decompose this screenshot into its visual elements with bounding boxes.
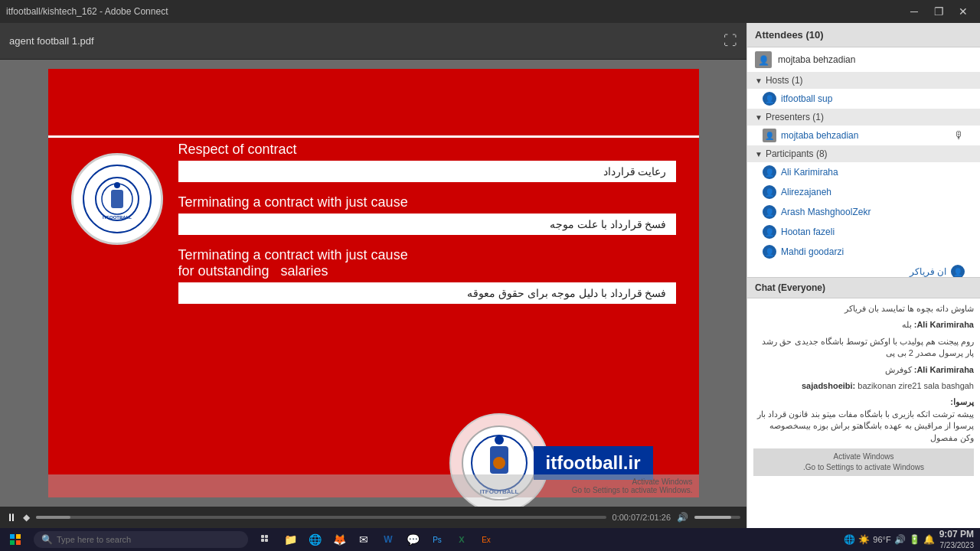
excel-button[interactable]: X <box>450 528 473 551</box>
system-clock: 9:07 PM 7/23/2023 <box>939 529 974 551</box>
section-participants[interactable]: ▼ Participants (8) <box>747 145 980 162</box>
slide-text-area: Respect of contract رعایت قرارداد Termin… <box>178 142 676 316</box>
section-presenters[interactable]: ▼ Presenters (1) <box>747 109 980 126</box>
attendee-itfootball-sup[interactable]: 👤 itfootball sup <box>747 89 980 109</box>
presenters-label: Presenters (1) <box>766 112 824 122</box>
firefox-button[interactable]: 🦊 <box>328 528 351 551</box>
svg-text:👤: 👤 <box>758 54 769 66</box>
participants-chevron: ▼ <box>755 150 763 158</box>
word-button[interactable]: W <box>377 528 400 551</box>
clock-time: 9:07 PM <box>939 529 974 541</box>
attendee-hootan[interactable]: 👤 Hootan fazeli <box>747 222 980 242</box>
search-input[interactable] <box>57 535 240 544</box>
contract-item-3: Terminating a contract with just causefo… <box>178 247 676 304</box>
attendee-name-itfootball: itfootball sup <box>781 93 832 104</box>
progress-fill <box>36 516 70 519</box>
slide-logo: ITFOOTBALL <box>71 153 163 245</box>
chat-sender-6: پرسوا: <box>950 397 974 406</box>
photoshop-button[interactable]: Ps <box>426 528 449 551</box>
fullscreen-button[interactable]: ⛶ <box>724 33 737 49</box>
attendee-arash[interactable]: 👤 Arash MashghoolZekr <box>747 202 980 222</box>
content-area: agent football 1.pdf ⛶ <box>0 23 746 528</box>
taskbar-right: 🌐 ☀️ 96°F 🔊 🔋 🔔 9:07 PM 7/23/2023 <box>844 529 980 551</box>
attendee-name-mojtaba: mojtaba behzadian <box>781 130 858 141</box>
attendee-name-alireza: Alirezajaneh <box>781 187 831 197</box>
attendee-ali[interactable]: 👤 Ali Karimiraha <box>747 162 980 182</box>
svg-rect-19 <box>261 539 264 542</box>
chat-msg-2: Ali Karimiraha: بله <box>753 319 974 331</box>
contract-en-3: Terminating a contract with just causefo… <box>178 247 676 279</box>
search-icon: 🔍 <box>41 534 53 545</box>
extra-button[interactable]: Ex <box>475 528 498 551</box>
teams-button[interactable]: 💬 <box>401 528 424 551</box>
svg-rect-16 <box>16 540 21 545</box>
chat-messages: شاوش داته بچوه ها تمایسد بان فریاکر Ali … <box>747 298 980 528</box>
contract-fa-1: رعایت قرارداد <box>178 161 676 182</box>
contract-item-2: Terminating a contract with just cause ف… <box>178 194 676 235</box>
chat-msg-3: روم پیجنت هم پولیدب با اوکش توسط باشگاه … <box>753 336 974 360</box>
attendee-fa1[interactable]: 👤 ان فریاکر <box>747 262 980 277</box>
attendees-header: Attendees (10) <box>747 23 980 47</box>
search-bar[interactable]: 🔍 <box>34 531 248 548</box>
controls-bar: ⏸ ◆ 0:00:07/2:01:26 🔊 <box>0 507 746 528</box>
svg-rect-20 <box>265 539 268 542</box>
user-icon-fa1: 👤 <box>951 265 965 277</box>
attendee-alireza[interactable]: 👤 Alirezajaneh <box>747 182 980 202</box>
pause-button[interactable]: ⏸ <box>6 511 17 523</box>
mail-button[interactable]: ✉ <box>352 528 375 551</box>
start-button[interactable] <box>0 528 31 551</box>
section-hosts[interactable]: ▼ Hosts (1) <box>747 72 980 89</box>
svg-point-3 <box>114 182 120 188</box>
file-explorer-button[interactable]: 📁 <box>279 528 302 551</box>
attendee-name-mahdi: Mahdi goodarzi <box>781 246 844 257</box>
user-icon-arash: 👤 <box>763 205 776 219</box>
network-icon[interactable]: 🌐 <box>844 534 855 545</box>
restore-button[interactable]: ❐ <box>928 4 949 19</box>
temp-display: 96°F <box>873 535 890 544</box>
user-icon-hootan: 👤 <box>763 225 776 239</box>
attendee-name-hootan: Hootan fazeli <box>781 227 835 237</box>
svg-rect-18 <box>265 535 268 538</box>
right-panel: Attendees (10) 👤 mojtaba behzadian ▼ Hos… <box>746 23 980 528</box>
attendee-name-arash: Arash MashghoolZekr <box>781 207 871 217</box>
chat-text-2: بله <box>902 320 912 329</box>
windows-activate-overlay: Activate Windows Go to Settings to activ… <box>48 474 699 497</box>
close-button[interactable]: ✕ <box>952 4 974 19</box>
attendee-mahdi[interactable]: 👤 Mahdi goodarzi <box>747 242 980 262</box>
svg-rect-2 <box>111 190 123 208</box>
hosts-label: Hosts (1) <box>766 75 803 86</box>
volume-slider[interactable] <box>694 516 740 519</box>
minimize-button[interactable]: ─ <box>903 4 925 19</box>
chat-header: Chat (Everyone) <box>747 278 980 298</box>
contract-item-1: Respect of contract رعایت قرارداد <box>178 142 676 182</box>
speaker-icon[interactable]: 🔊 <box>894 534 906 545</box>
chat-sender-4: Ali Karimiraha: <box>914 365 974 374</box>
chat-msg-6: پرسوا: پیشه ترشت اتکه بازیری با باشگاه م… <box>753 396 974 444</box>
svg-rect-17 <box>261 535 264 538</box>
chat-msg-1: شاوش داته بچوه ها تمایسد بان فریاکر <box>753 303 974 315</box>
chat-section: Chat (Everyone) شاوش داته بچوه ها تمایسد… <box>747 277 980 528</box>
task-view-button[interactable] <box>254 528 277 551</box>
taskbar: 🔍 📁 🌐 🦊 ✉ W 💬 Ps X Ex 🌐 ☀️ 96°F 🔊 🔋 <box>0 528 980 551</box>
presenters-chevron: ▼ <box>755 113 763 122</box>
position-indicator: ◆ <box>23 512 30 523</box>
doc-toolbar: agent football 1.pdf ⛶ <box>0 23 746 60</box>
chat-text-1: شاوش داته بچوه ها تمایسد بان فریاکر <box>753 303 974 315</box>
chat-msg-5: sajadshoeibi: bazikonan zire21 sala bash… <box>753 380 974 392</box>
attendee-mojtaba[interactable]: 👤 mojtaba behzadian 🎙 <box>747 126 980 145</box>
notification-icon[interactable]: 🔔 <box>923 534 935 545</box>
progress-bar[interactable] <box>36 516 606 519</box>
chat-text-3: روم پیجنت هم پولیدب با اوکش توسط باشگاه … <box>753 336 974 360</box>
slide: ITFOOTBALL Respect of contract رعایت قرا… <box>48 69 699 497</box>
chat-text-5: bazikonan zire21 sala bashgah <box>858 381 974 390</box>
svg-rect-13 <box>10 534 15 539</box>
battery-icon: 🔋 <box>909 534 920 545</box>
mic-icon-mojtaba: 🎙 <box>954 129 965 142</box>
doc-content: ITFOOTBALL Respect of contract رعایت قرا… <box>0 60 746 507</box>
user-icon-alireza: 👤 <box>763 185 776 199</box>
volume-icon[interactable]: 🔊 <box>677 512 688 523</box>
app-title: itfootball/kishtech_162 - Adobe Connect <box>6 6 168 17</box>
user-icon-ali: 👤 <box>763 165 776 179</box>
edge-button[interactable]: 🌐 <box>303 528 326 551</box>
svg-rect-15 <box>10 540 15 545</box>
